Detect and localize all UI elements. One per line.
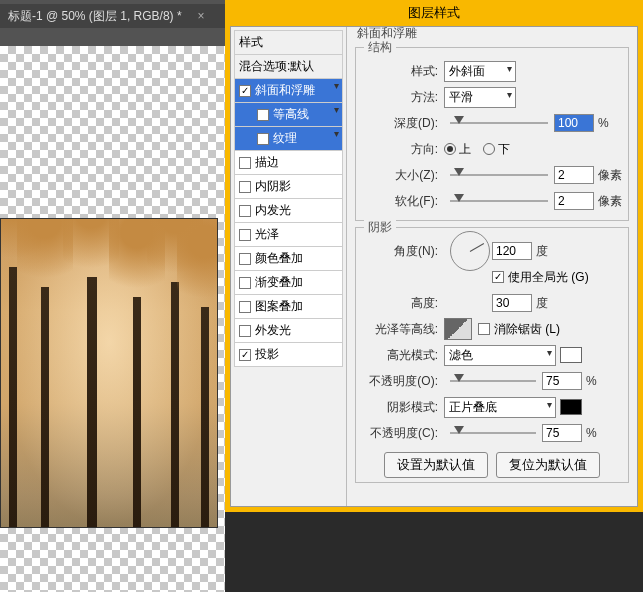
global-light-checkbox[interactable] — [492, 271, 504, 283]
gloss-contour-label: 光泽等高线: — [362, 321, 444, 338]
canvas-image — [0, 218, 218, 528]
checkbox-icon[interactable] — [239, 349, 251, 361]
group-title: 阴影 — [364, 219, 396, 236]
highlight-mode-label: 高光模式: — [362, 347, 444, 364]
reset-default-button[interactable]: 复位为默认值 — [496, 452, 600, 478]
checkbox-icon[interactable] — [239, 181, 251, 193]
checkbox-icon[interactable] — [239, 229, 251, 241]
structure-group: 结构 样式: 外斜面 方法: 平滑 深度(D): 100 % — [355, 47, 629, 221]
highlight-color-swatch[interactable] — [560, 347, 582, 363]
size-slider[interactable] — [450, 174, 548, 176]
style-color-overlay[interactable]: 颜色叠加 — [234, 246, 343, 270]
technique-label: 方法: — [362, 89, 444, 106]
antialias-checkbox[interactable] — [478, 323, 490, 335]
style-contour[interactable]: 等高线 — [234, 102, 343, 126]
style-bevel-emboss[interactable]: 斜面和浮雕 — [234, 78, 343, 102]
altitude-unit: 度 — [536, 295, 548, 312]
document-tab[interactable]: 标题-1 @ 50% (图层 1, RGB/8) * × — [0, 4, 225, 28]
highlight-mode-select[interactable]: 滤色 — [444, 345, 556, 366]
make-default-button[interactable]: 设置为默认值 — [384, 452, 488, 478]
checkbox-icon[interactable] — [257, 133, 269, 145]
close-icon[interactable]: × — [198, 9, 205, 23]
blending-options-row[interactable]: 混合选项:默认 — [234, 54, 343, 78]
style-inner-shadow[interactable]: 内阴影 — [234, 174, 343, 198]
checkbox-icon[interactable] — [239, 301, 251, 313]
style-drop-shadow[interactable]: 投影 — [234, 342, 343, 367]
style-pattern-overlay[interactable]: 图案叠加 — [234, 294, 343, 318]
style-list: 样式 混合选项:默认 斜面和浮雕 等高线 纹理 描边 — [231, 27, 347, 506]
direction-up-label: 上 — [459, 141, 471, 158]
layer-style-dialog: 图层样式 样式 混合选项:默认 斜面和浮雕 等高线 纹理 — [225, 0, 643, 512]
depth-slider[interactable] — [450, 122, 548, 124]
angle-unit: 度 — [536, 243, 548, 260]
angle-input[interactable]: 120 — [492, 242, 532, 260]
direction-label: 方向: — [362, 141, 444, 158]
soften-input[interactable]: 2 — [554, 192, 594, 210]
document-title: 标题-1 @ 50% (图层 1, RGB/8) * — [8, 8, 182, 25]
checkbox-icon[interactable] — [257, 109, 269, 121]
style-satin[interactable]: 光泽 — [234, 222, 343, 246]
shadow-opacity-unit: % — [586, 426, 597, 440]
checkbox-icon[interactable] — [239, 205, 251, 217]
angle-label: 角度(N): — [362, 243, 444, 260]
checkbox-icon[interactable] — [239, 277, 251, 289]
shading-group: 阴影 角度(N): 120 度 使用全局光 (G) — [355, 227, 629, 483]
highlight-opacity-label: 不透明度(O): — [362, 373, 444, 390]
style-stroke[interactable]: 描边 — [234, 150, 343, 174]
style-texture[interactable]: 纹理 — [234, 126, 343, 150]
altitude-label: 高度: — [362, 295, 444, 312]
style-label: 样式: — [362, 63, 444, 80]
style-select[interactable]: 外斜面 — [444, 61, 516, 82]
direction-up-radio[interactable] — [444, 143, 456, 155]
shadow-opacity-label: 不透明度(C): — [362, 425, 444, 442]
checkbox-icon[interactable] — [239, 253, 251, 265]
checkbox-icon[interactable] — [239, 157, 251, 169]
depth-label: 深度(D): — [362, 115, 444, 132]
shadow-mode-label: 阴影模式: — [362, 399, 444, 416]
angle-wheel[interactable] — [450, 231, 490, 271]
direction-down-radio[interactable] — [483, 143, 495, 155]
direction-down-label: 下 — [498, 141, 510, 158]
soften-unit: 像素 — [598, 193, 622, 210]
size-unit: 像素 — [598, 167, 622, 184]
depth-input[interactable]: 100 — [554, 114, 594, 132]
soften-slider[interactable] — [450, 200, 548, 202]
panel-dock-bg — [225, 512, 643, 592]
technique-select[interactable]: 平滑 — [444, 87, 516, 108]
checkbox-icon[interactable] — [239, 325, 251, 337]
size-input[interactable]: 2 — [554, 166, 594, 184]
global-light-label: 使用全局光 (G) — [508, 269, 589, 286]
gloss-contour-picker[interactable] — [444, 318, 472, 340]
antialias-label: 消除锯齿 (L) — [494, 321, 560, 338]
style-inner-glow[interactable]: 内发光 — [234, 198, 343, 222]
bevel-settings-pane: 斜面和浮雕 结构 样式: 外斜面 方法: 平滑 深度(D): 100 — [347, 27, 637, 506]
group-title: 结构 — [364, 39, 396, 56]
dialog-title: 图层样式 — [225, 0, 643, 26]
size-label: 大小(Z): — [362, 167, 444, 184]
shadow-opacity-slider[interactable] — [450, 432, 536, 434]
shadow-opacity-input[interactable]: 75 — [542, 424, 582, 442]
highlight-opacity-slider[interactable] — [450, 380, 536, 382]
shadow-color-swatch[interactable] — [560, 399, 582, 415]
checkbox-icon[interactable] — [239, 85, 251, 97]
shadow-mode-select[interactable]: 正片叠底 — [444, 397, 556, 418]
style-outer-glow[interactable]: 外发光 — [234, 318, 343, 342]
highlight-opacity-unit: % — [586, 374, 597, 388]
altitude-input[interactable]: 30 — [492, 294, 532, 312]
depth-unit: % — [598, 116, 609, 130]
style-gradient-overlay[interactable]: 渐变叠加 — [234, 270, 343, 294]
style-list-header[interactable]: 样式 — [234, 30, 343, 54]
soften-label: 软化(F): — [362, 193, 444, 210]
highlight-opacity-input[interactable]: 75 — [542, 372, 582, 390]
